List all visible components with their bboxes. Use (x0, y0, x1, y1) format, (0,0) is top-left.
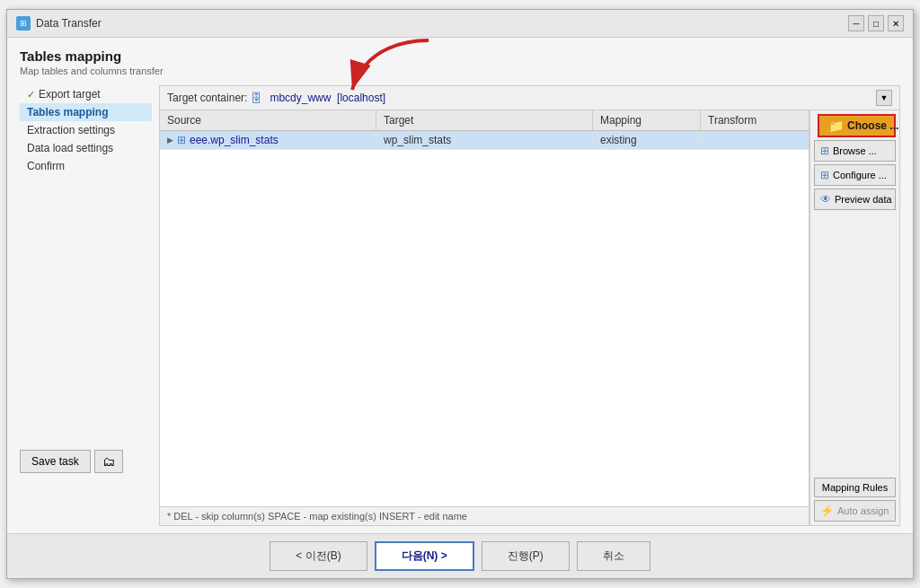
title-bar-left: ⊞ Data Transfer (16, 16, 102, 31)
choose-button[interactable]: 📁 Choose ... (818, 114, 896, 137)
sidebar-item-extraction-settings[interactable]: Extraction settings (20, 121, 152, 139)
status-bar: * DEL - skip column(s) SPACE - map exist… (160, 506, 809, 525)
preview-icon: 👁 (820, 193, 831, 206)
mapping-table: Source Target Mapping Transform ▶ (160, 110, 809, 525)
target-container-row: Target container: 🗄 ▼ (160, 86, 899, 110)
table-body: ▶ ⊞ eee.wp_slim_stats wp_slim_stats exis… (160, 131, 809, 506)
preview-data-button[interactable]: 👁 Preview data (814, 189, 896, 210)
cell-target: wp_slim_stats (376, 131, 593, 149)
target-container-input[interactable] (266, 92, 872, 104)
maximize-button[interactable]: □ (868, 15, 884, 31)
table-icon: ⊞ (177, 134, 186, 146)
content-area: ✓ Export target Tables mapping Extractio… (20, 85, 900, 526)
sidebar-item-data-load-settings[interactable]: Data load settings (20, 139, 152, 157)
window-controls: ─ □ ✕ (848, 15, 904, 31)
choose-label: Choose ... (847, 119, 898, 132)
sidebar-item-label: Extraction settings (27, 124, 115, 136)
browse-icon: ⊞ (820, 145, 829, 157)
configure-icon: ⊞ (820, 169, 829, 181)
right-panel: 📁 Choose ... ⊞ Browse ... ⊞ Configure ..… (809, 110, 899, 525)
database-icon: 🗄 (251, 92, 262, 105)
sidebar-item-label: Export target (39, 88, 101, 101)
table-row[interactable]: ▶ ⊞ eee.wp_slim_stats wp_slim_stats exis… (160, 131, 809, 150)
next-button[interactable]: 다음(N) > (375, 541, 474, 571)
window-body: Tables mapping Map tables and columns tr… (7, 38, 913, 533)
main-content-wrapper: Target container: 🗄 ▼ Source Target M (159, 85, 900, 526)
cell-mapping: existing (593, 131, 701, 149)
sidebar-bottom: Save task 🗂 (20, 175, 152, 473)
window-title: Data Transfer (36, 17, 102, 30)
table-header: Source Target Mapping Transform (160, 110, 809, 131)
app-icon: ⊞ (16, 16, 31, 31)
cell-transform (701, 131, 809, 149)
status-text: * DEL - skip column(s) SPACE - map exist… (167, 511, 467, 522)
sidebar-item-label: Confirm (27, 160, 65, 172)
minimize-button[interactable]: ─ (848, 15, 864, 31)
expand-icon: ▶ (167, 136, 173, 145)
table-area: Source Target Mapping Transform ▶ (160, 110, 899, 525)
col-target: Target (376, 110, 593, 130)
cell-source: ▶ ⊞ eee.wp_slim_stats (160, 131, 376, 149)
save-icon-button[interactable]: 🗂 (94, 450, 123, 473)
close-button[interactable]: ✕ (888, 15, 904, 31)
sidebar-item-tables-mapping[interactable]: Tables mapping (20, 103, 152, 121)
folder-icon: 📁 (828, 118, 844, 133)
right-panel-bottom: Mapping Rules ⚡ Auto assign (814, 478, 896, 522)
auto-assign-button[interactable]: ⚡ Auto assign (814, 500, 896, 522)
page-subtitle: Map tables and columns transfer (20, 66, 900, 76)
col-transform: Transform (701, 110, 809, 130)
progress-button[interactable]: 진행(P) (482, 541, 570, 571)
save-area: Save task 🗂 (20, 450, 123, 473)
sidebar-item-label: Data load settings (27, 142, 113, 154)
sidebar-item-export-target[interactable]: ✓ Export target (20, 85, 152, 103)
prev-button[interactable]: < 이전(B) (270, 541, 367, 571)
right-buttons-group: 📁 Choose ... ⊞ Browse ... ⊞ Configure ..… (814, 114, 896, 210)
check-icon: ✓ (27, 89, 35, 101)
sidebar-item-confirm[interactable]: Confirm (20, 157, 152, 175)
title-bar: ⊞ Data Transfer ─ □ ✕ (7, 10, 913, 38)
preview-label: Preview data (835, 194, 892, 205)
source-text: eee.wp_slim_stats (190, 134, 279, 146)
sidebar-item-label: Tables mapping (27, 106, 108, 118)
mapping-rules-button[interactable]: Mapping Rules (814, 478, 896, 497)
bottom-actions: Save task 🗂 (20, 444, 152, 473)
browse-label: Browse ... (833, 145, 877, 156)
save-task-button[interactable]: Save task (20, 450, 91, 473)
configure-label: Configure ... (833, 170, 887, 180)
configure-button[interactable]: ⊞ Configure ... (814, 164, 896, 186)
page-title: Tables mapping (20, 48, 900, 64)
auto-assign-label: Auto assign (837, 505, 889, 516)
col-source: Source (160, 110, 376, 130)
sidebar: ✓ Export target Tables mapping Extractio… (20, 85, 159, 526)
col-mapping: Mapping (593, 110, 701, 130)
target-container-label: Target container: (167, 92, 247, 104)
main-window: ⊞ Data Transfer ─ □ ✕ Tables mapping Map… (6, 9, 914, 579)
target-dropdown-button[interactable]: ▼ (876, 90, 892, 106)
auto-assign-icon: ⚡ (820, 505, 834, 517)
nav-buttons-area: < 이전(B) 다음(N) > 진행(P) 취소 (7, 533, 913, 578)
main-panel: Target container: 🗄 ▼ Source Target M (159, 85, 900, 526)
cancel-button[interactable]: 취소 (577, 541, 650, 571)
browse-button[interactable]: ⊞ Browse ... (814, 140, 896, 162)
